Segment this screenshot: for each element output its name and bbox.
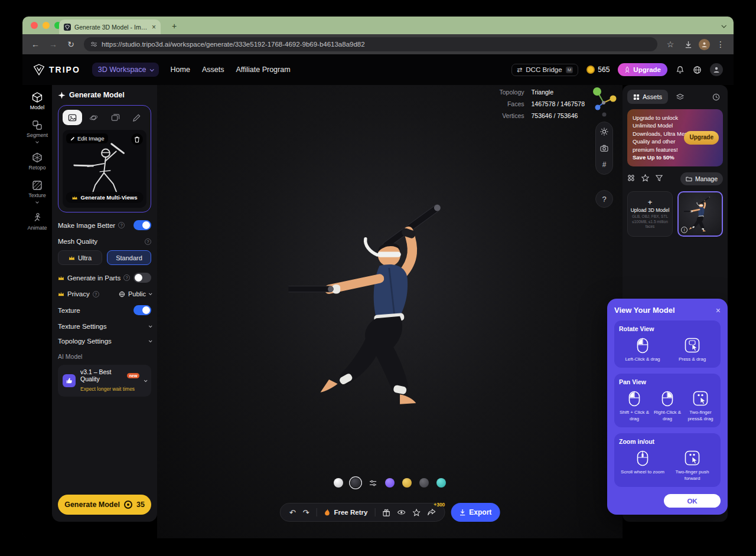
material-purple-sphere[interactable] <box>385 478 395 488</box>
nav-home[interactable]: Home <box>171 66 190 74</box>
share-button[interactable]: +300 <box>427 509 435 516</box>
generate-model-button[interactable]: Generate Model 35 <box>58 495 151 515</box>
tab-assets[interactable]: Assets <box>627 90 668 104</box>
gift-button[interactable] <box>382 509 390 516</box>
export-button[interactable]: Export <box>451 503 500 522</box>
downloads-button[interactable] <box>681 37 695 51</box>
material-white-sphere[interactable] <box>334 478 343 488</box>
free-retry-button[interactable]: Free Retry <box>324 509 367 516</box>
traffic-lights <box>31 22 61 29</box>
generate-panel: Generate Model <box>52 85 157 522</box>
rail-item-segment[interactable]: Segment <box>24 120 51 143</box>
material-settings-button[interactable] <box>368 478 377 488</box>
tripo-logo-icon <box>33 64 45 76</box>
texture-settings-row[interactable]: Texture Settings <box>58 323 151 330</box>
manage-button[interactable]: Manage <box>680 172 723 185</box>
material-teal-sphere[interactable] <box>436 478 446 488</box>
tripo-logo[interactable]: TRIPO <box>33 64 80 76</box>
forward-button[interactable]: → <box>46 37 60 51</box>
close-icon[interactable]: × <box>716 306 721 315</box>
chevron-down-icon <box>149 324 152 328</box>
upgrade-button[interactable]: Upgrade <box>618 63 667 76</box>
mode-tab-draw[interactable] <box>128 110 147 125</box>
mode-tab-orbit[interactable] <box>84 110 104 125</box>
generate-multiviews-button[interactable]: Generate Multi-Views <box>66 192 144 203</box>
asset-thumbnail <box>684 193 717 234</box>
rail-item-retopo[interactable]: Retopo <box>24 152 51 171</box>
nav-affiliate-program[interactable]: Affiliate Program <box>236 66 290 74</box>
dcc-bridge-button[interactable]: ⇄ DCC Bridge M <box>511 64 578 76</box>
rail-item-model[interactable]: Model <box>24 92 51 110</box>
texture-toggle[interactable] <box>133 305 151 315</box>
mouse-left-click-icon <box>637 336 649 354</box>
viewport-3d[interactable]: Topology Triangle Faces 1467578 / 146757… <box>157 85 623 538</box>
new-tab-button[interactable]: + <box>169 21 180 31</box>
address-bar[interactable]: https://studio.tripo3d.ai/workspace/gene… <box>84 37 657 51</box>
input-image-preview[interactable]: Edit Image Generate Multi-Views <box>63 130 146 208</box>
notifications-bell-icon[interactable] <box>676 66 685 74</box>
favorite-star-button[interactable] <box>412 509 420 516</box>
help-button[interactable]: ? <box>595 190 613 208</box>
language-globe-icon[interactable] <box>693 66 702 74</box>
tab-close-icon[interactable]: × <box>152 24 156 31</box>
rail-item-texture[interactable]: Texture <box>24 180 51 203</box>
browser-menu-button[interactable]: ⋮ <box>713 37 728 51</box>
make-image-better-row: Make Image Better ? <box>58 220 151 230</box>
info-icon[interactable]: i <box>681 227 687 233</box>
chevron-down-icon <box>149 67 154 71</box>
browser-profile-avatar[interactable] <box>699 39 710 50</box>
delete-image-button[interactable] <box>131 133 143 145</box>
upload-3d-model-card[interactable]: + Upload 3D Model GLB, OBJ, FBX, STL ≤10… <box>627 191 673 237</box>
rail-item-animate[interactable]: Animate <box>24 212 51 231</box>
asset-model-card-selected[interactable]: i <box>677 191 723 237</box>
make-image-better-toggle[interactable] <box>133 220 151 230</box>
undo-button[interactable]: ↶ <box>289 508 296 517</box>
assets-panel-tabs: Assets <box>623 85 728 104</box>
user-avatar[interactable] <box>710 63 723 76</box>
redo-button[interactable]: ↷ <box>303 508 309 517</box>
privacy-select[interactable]: Public <box>119 290 151 297</box>
workspace-switcher[interactable]: 3D Workspace <box>92 63 159 77</box>
chevron-down-icon <box>149 292 152 295</box>
topology-settings-row[interactable]: Topology Settings <box>58 338 151 345</box>
refresh-button[interactable]: ↻ <box>64 37 78 51</box>
divider <box>316 508 317 516</box>
generate-in-parts-toggle[interactable] <box>133 273 151 283</box>
material-dark-sphere-selected[interactable] <box>351 478 360 488</box>
bookmark-star-icon[interactable]: ☆ <box>663 37 677 51</box>
grid-toggle-button[interactable]: # <box>602 161 607 169</box>
mode-tab-multi-image[interactable] <box>106 110 125 125</box>
nav-assets[interactable]: Assets <box>202 66 224 74</box>
tab-title: Generate 3D Model - Image a <box>74 24 148 31</box>
texture-row: Texture <box>58 305 151 315</box>
hint-label: Scroll wheel to zoom <box>621 469 664 475</box>
tab-layers[interactable] <box>673 90 687 104</box>
edit-image-button[interactable]: Edit Image <box>66 133 108 143</box>
multi-image-icon <box>111 113 120 122</box>
favorites-filter-button[interactable] <box>641 174 649 184</box>
minimize-window-button[interactable] <box>43 22 50 29</box>
tab-history[interactable] <box>709 90 723 104</box>
ok-button[interactable]: OK <box>664 494 721 508</box>
ai-model-select[interactable]: v3.1 – Best Quality new Expect longer wa… <box>58 365 151 397</box>
credits-balance[interactable]: 565 <box>586 66 610 74</box>
tab-search-button[interactable] <box>719 21 728 30</box>
orientation-gizmo[interactable] <box>588 85 619 120</box>
model-render[interactable] <box>288 184 483 423</box>
preview-eye-button[interactable] <box>397 509 405 515</box>
view-grid-button[interactable] <box>627 174 635 184</box>
mouse-scroll-wheel-icon <box>637 449 649 467</box>
filter-funnel-button[interactable] <box>656 174 663 184</box>
mode-tab-image[interactable] <box>63 110 82 125</box>
banner-upgrade-button[interactable]: Upgrade <box>684 131 719 144</box>
material-gray-sphere[interactable] <box>419 478 429 488</box>
close-window-button[interactable] <box>31 22 38 29</box>
environment-settings-button[interactable] <box>600 127 608 136</box>
upgrade-banner-text: Upgrade to unlock Unlimited Model Downlo… <box>633 115 690 153</box>
back-button[interactable]: ← <box>28 37 43 51</box>
quality-ultra-button[interactable]: Ultra <box>58 250 102 265</box>
screenshot-camera-button[interactable] <box>600 145 608 152</box>
material-gold-sphere[interactable] <box>402 478 412 488</box>
quality-standard-button[interactable]: Standard <box>107 250 151 265</box>
browser-tab[interactable]: Generate 3D Model - Image a × <box>59 19 161 34</box>
